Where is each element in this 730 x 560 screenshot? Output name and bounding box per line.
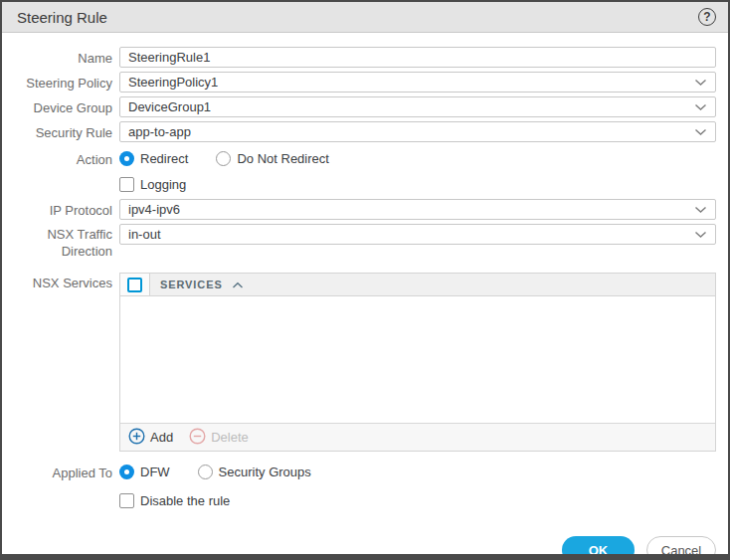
services-table-body bbox=[120, 296, 715, 423]
nsx-services-label: NSX Services bbox=[2, 273, 112, 291]
security-rule-select[interactable]: app-to-app bbox=[119, 121, 716, 142]
dialog-title: Steering Rule bbox=[17, 9, 107, 26]
form-row-logging: Logging bbox=[2, 177, 716, 192]
radio-dfw[interactable] bbox=[119, 465, 134, 479]
cancel-button[interactable]: Cancel bbox=[646, 536, 716, 560]
select-all-checkbox[interactable] bbox=[127, 278, 142, 292]
radio-do-not-redirect-label: Do Not Redirect bbox=[237, 151, 328, 166]
logging-label: Logging bbox=[140, 177, 186, 192]
help-icon[interactable]: ? bbox=[698, 8, 716, 26]
services-column-header[interactable]: SERVICES bbox=[150, 276, 244, 293]
form-row-ip-protocol: IP Protocol ipv4-ipv6 bbox=[2, 199, 716, 220]
add-button-label: Add bbox=[150, 430, 173, 445]
name-input[interactable] bbox=[119, 47, 716, 68]
form-row-name: Name bbox=[2, 47, 716, 68]
radio-dfw-label: DFW bbox=[140, 465, 170, 479]
form-row-steering-policy: Steering Policy SteeringPolicy1 bbox=[2, 72, 716, 93]
chevron-down-icon bbox=[694, 103, 707, 111]
disable-rule-label: Disable the rule bbox=[140, 493, 230, 508]
delete-button-label: Delete bbox=[211, 430, 249, 445]
steering-policy-select[interactable]: SteeringPolicy1 bbox=[119, 72, 716, 93]
steering-policy-value: SteeringPolicy1 bbox=[128, 75, 694, 90]
nsx-traffic-direction-label: NSX Traffic Direction bbox=[2, 224, 112, 260]
ok-button[interactable]: OK bbox=[562, 536, 635, 560]
services-table-header: SERVICES bbox=[120, 274, 715, 296]
circled-minus-icon bbox=[189, 428, 206, 448]
dialog-header: Steering Rule ? bbox=[2, 2, 728, 33]
sort-ascending-icon bbox=[232, 276, 244, 293]
ip-protocol-value: ipv4-ipv6 bbox=[128, 202, 694, 217]
ip-protocol-select[interactable]: ipv4-ipv6 bbox=[119, 199, 716, 220]
security-rule-label: Security Rule bbox=[2, 122, 112, 141]
radio-redirect[interactable] bbox=[119, 151, 134, 166]
steering-policy-label: Steering Policy bbox=[2, 73, 112, 92]
chevron-down-icon bbox=[694, 79, 707, 87]
dialog-footer: OK Cancel bbox=[2, 536, 728, 560]
applied-to-label: Applied To bbox=[2, 463, 112, 481]
form-row-disable-rule: Disable the rule bbox=[2, 493, 716, 508]
nsx-traffic-direction-value: in-out bbox=[128, 227, 694, 242]
form-row-nsx-services: NSX Services SERVICES bbox=[2, 273, 716, 452]
device-group-select[interactable]: DeviceGroup1 bbox=[119, 96, 716, 117]
name-label: Name bbox=[2, 48, 112, 67]
form-row-applied-to: Applied To DFW Security Groups bbox=[2, 463, 716, 481]
services-column-label: SERVICES bbox=[160, 279, 223, 290]
radio-redirect-label: Redirect bbox=[140, 151, 188, 166]
add-service-button[interactable]: Add bbox=[128, 428, 173, 448]
select-all-cell bbox=[120, 274, 150, 295]
logging-checkbox[interactable] bbox=[119, 177, 134, 192]
delete-service-button[interactable]: Delete bbox=[189, 428, 249, 448]
services-table-footer: Add Delete bbox=[120, 423, 715, 451]
chevron-down-icon bbox=[694, 128, 707, 136]
form-row-device-group: Device Group DeviceGroup1 bbox=[2, 96, 716, 117]
form-row-nsx-traffic-direction: NSX Traffic Direction in-out bbox=[2, 224, 716, 260]
circled-plus-icon bbox=[128, 428, 145, 448]
ip-protocol-label: IP Protocol bbox=[2, 200, 112, 219]
action-label: Action bbox=[2, 149, 112, 168]
form-row-security-rule: Security Rule app-to-app bbox=[2, 121, 716, 142]
chevron-down-icon bbox=[694, 231, 707, 239]
radio-security-groups-label: Security Groups bbox=[219, 465, 311, 479]
radio-security-groups[interactable] bbox=[198, 465, 213, 479]
steering-rule-dialog: Steering Rule ? Name Steering Policy Ste… bbox=[0, 0, 730, 560]
dialog-content: Name Steering Policy SteeringPolicy1 Dev… bbox=[2, 33, 728, 560]
nsx-services-table: SERVICES bbox=[119, 273, 716, 452]
radio-do-not-redirect[interactable] bbox=[216, 151, 231, 166]
device-group-value: DeviceGroup1 bbox=[128, 99, 694, 114]
nsx-traffic-direction-select[interactable]: in-out bbox=[119, 224, 716, 245]
form-row-action: Action Redirect Do Not Redirect bbox=[2, 149, 716, 168]
disable-rule-checkbox[interactable] bbox=[119, 493, 134, 508]
security-rule-value: app-to-app bbox=[128, 124, 694, 139]
device-group-label: Device Group bbox=[2, 97, 112, 116]
chevron-down-icon bbox=[694, 206, 707, 214]
